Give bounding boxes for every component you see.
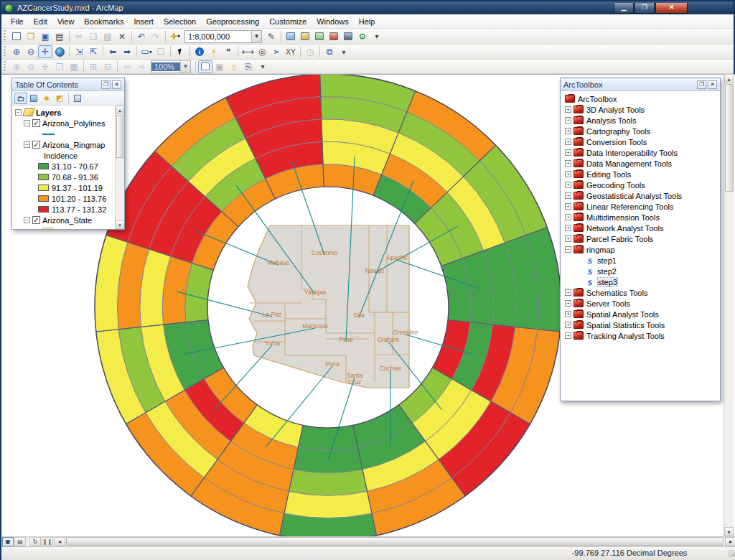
toolset-row-ringmap[interactable]: −ringmap: [563, 244, 720, 255]
toolset-row[interactable]: +Tracking Analyst Tools: [563, 330, 720, 341]
print-icon[interactable]: ▤: [52, 30, 67, 43]
go-to-xy-icon[interactable]: XY: [284, 45, 298, 58]
tool-row-step1[interactable]: Sstep1: [563, 255, 720, 266]
hyperlink-icon[interactable]: ⚡︎: [207, 45, 221, 58]
toolset-row[interactable]: +Geocoding Tools: [563, 179, 720, 190]
layout-go-forward-icon[interactable]: ⇨: [134, 60, 149, 73]
scroll-down-icon[interactable]: ▼: [724, 527, 734, 536]
menu-geoprocessing[interactable]: Geoprocessing: [201, 16, 264, 27]
tool-row-step2[interactable]: Sstep2: [563, 266, 720, 276]
toolset-row[interactable]: +Parcel Fabric Tools: [563, 233, 720, 244]
fixed-zoom-out-icon[interactable]: ⇱: [86, 45, 100, 58]
expand-icon[interactable]: +: [565, 192, 571, 199]
expand-icon[interactable]: +: [565, 139, 571, 145]
layout-zoom-in-icon[interactable]: ⊕: [9, 60, 24, 73]
expand-icon[interactable]: +: [565, 322, 571, 328]
cut-icon[interactable]: ✂: [72, 30, 86, 43]
expand-icon[interactable]: +: [565, 182, 571, 188]
expand-icon[interactable]: +: [565, 225, 571, 231]
open-document-icon[interactable]: ❐: [24, 30, 38, 43]
expand-icon[interactable]: +: [565, 332, 571, 339]
layout-zoom-out-icon[interactable]: ⊖: [24, 60, 38, 73]
full-extent-icon[interactable]: [52, 45, 67, 58]
tool-row-step3[interactable]: Sstep3: [563, 276, 720, 287]
toolset-row[interactable]: +Network Analyst Tools: [563, 223, 720, 233]
scroll-left-icon[interactable]: ◂: [54, 537, 65, 546]
copy-icon[interactable]: ❑: [86, 30, 100, 43]
toolbar-overflow-icon[interactable]: ▾: [337, 45, 351, 58]
html-popup-icon[interactable]: ❝: [221, 45, 235, 58]
toolset-row[interactable]: +Linear Referencing Tools: [563, 201, 720, 212]
arctoolbox-root[interactable]: ArcToolbox: [563, 93, 720, 104]
state-symbol-row[interactable]: [12, 225, 124, 229]
measure-icon[interactable]: ⟷: [240, 45, 255, 58]
toolset-row[interactable]: +Conversion Tools: [563, 136, 720, 147]
table-of-contents-window-icon[interactable]: [284, 30, 298, 43]
toc-scrollbar[interactable]: ▲ ▼: [115, 106, 124, 229]
toolset-row[interactable]: +Data Management Tools: [563, 158, 720, 169]
save-icon[interactable]: ▣: [38, 30, 52, 43]
scroll-up-icon[interactable]: ▲: [116, 106, 124, 114]
refresh-view-button[interactable]: ↻: [29, 537, 41, 546]
maximize-button[interactable]: ❐: [635, 3, 655, 14]
resize-grip[interactable]: [728, 550, 735, 557]
toc-close-icon[interactable]: ✕: [112, 80, 121, 89]
toc-options-icon[interactable]: [71, 93, 84, 104]
toolset-row[interactable]: +Multidimension Tools: [563, 212, 720, 223]
toolbar-grip[interactable]: [4, 30, 7, 42]
zoom-percent-combo[interactable]: 100% ▼: [151, 60, 191, 73]
redo-icon[interactable]: ↷: [149, 30, 163, 43]
pause-drawing-button[interactable]: ❙❙: [42, 537, 53, 546]
toc-title-bar[interactable]: Table Of Contents ❐ ✕: [12, 78, 124, 91]
python-window-icon[interactable]: [341, 30, 355, 43]
scroll-up-icon[interactable]: ▲: [724, 74, 734, 83]
toolset-row[interactable]: +Server Tools: [563, 298, 720, 309]
expand-icon[interactable]: +: [565, 203, 571, 210]
arctoolbox-close-icon[interactable]: ✕: [708, 80, 717, 89]
go-forward-extent-icon[interactable]: ➡: [120, 45, 134, 58]
toggle-draft-mode-icon[interactable]: [198, 60, 212, 73]
arctoolbox-float-icon[interactable]: ❐: [697, 80, 706, 89]
legend-class-row[interactable]: 101.20 - 113.76: [12, 193, 124, 204]
menu-help[interactable]: Help: [354, 16, 380, 27]
layer-checkbox[interactable]: ✓: [32, 216, 40, 224]
toolset-row[interactable]: +Data Interoperability Tools: [563, 147, 720, 158]
toolset-row[interactable]: +Schematics Tools: [563, 287, 720, 298]
expand-icon[interactable]: +: [565, 300, 571, 307]
map-scale-dropdown-icon[interactable]: ▼: [251, 31, 261, 42]
find-icon[interactable]: ◎: [255, 45, 269, 58]
menu-customize[interactable]: Customize: [264, 16, 312, 27]
scroll-down-icon[interactable]: ▼: [116, 220, 124, 229]
add-data-icon[interactable]: ✚▾: [168, 30, 182, 43]
toolset-row[interactable]: +Spatial Analyst Tools: [563, 309, 720, 319]
horizontal-scroll-thumb[interactable]: [66, 537, 724, 546]
menu-insert[interactable]: Insert: [128, 16, 159, 27]
polylines-symbol-row[interactable]: [12, 129, 124, 139]
layout-fixed-zoom-in-icon[interactable]: ⊞: [86, 60, 100, 73]
layout-fixed-zoom-out-icon[interactable]: ⊟: [100, 60, 115, 73]
catalog-window-icon[interactable]: [298, 30, 312, 43]
paste-icon[interactable]: ▨: [100, 30, 115, 43]
list-by-visibility-icon[interactable]: ◈: [40, 93, 53, 104]
layer-checkbox[interactable]: ✓: [32, 119, 40, 127]
legend-class-row[interactable]: 31.10 - 70.67: [12, 161, 124, 172]
toolbar-grip[interactable]: [4, 61, 7, 72]
expand-icon[interactable]: +: [565, 311, 571, 317]
collapse-icon[interactable]: −: [24, 141, 30, 148]
data-driven-pages-icon[interactable]: ⎘: [241, 60, 256, 73]
map-horizontal-scrollbar[interactable]: ▣ ▤ ↻ ❙❙ ◂ ▸: [1, 536, 735, 546]
expand-icon[interactable]: +: [565, 149, 571, 156]
editor-toolbar-icon[interactable]: ✎: [264, 30, 278, 43]
toolbar-overflow-icon[interactable]: ▾: [256, 60, 270, 73]
select-elements-icon[interactable]: [173, 45, 187, 58]
toc-layer-ringmap[interactable]: − ✓ Arizona_Ringmap: [12, 139, 124, 150]
expand-icon[interactable]: +: [565, 106, 571, 113]
map-scale-combo[interactable]: 1:8,000,000 ▼: [184, 30, 262, 43]
change-layout-icon[interactable]: ⌂: [227, 60, 241, 73]
delete-icon[interactable]: ✕: [115, 30, 129, 43]
toolset-row[interactable]: +Editing Tools: [563, 169, 720, 179]
toolset-row[interactable]: +Cartography Tools: [563, 126, 720, 136]
toolset-row[interactable]: +Spatial Statistics Tools: [563, 319, 720, 330]
collapse-icon[interactable]: −: [565, 246, 571, 253]
viewer-window-icon[interactable]: ⧉: [322, 45, 337, 58]
